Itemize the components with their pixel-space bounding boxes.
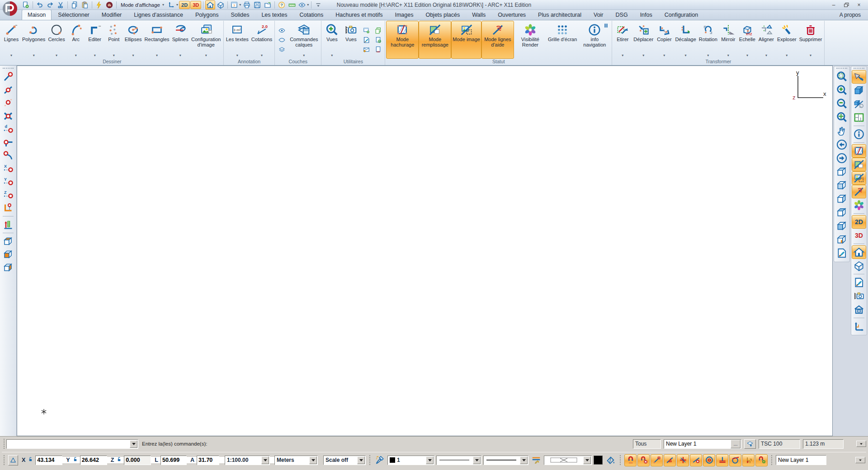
view-previous-button[interactable]	[835, 138, 849, 151]
ellipses-button[interactable]: Ellipses▾	[123, 21, 143, 59]
cut-button[interactable]	[56, 0, 66, 9]
view-cube-2-button[interactable]	[835, 179, 849, 192]
magnet-off-button[interactable]	[637, 454, 650, 466]
mode-3d-button[interactable]: 3D	[190, 1, 201, 9]
perspective-view-button[interactable]	[216, 0, 226, 9]
mode-lignes-aide-button[interactable]: Mode lignes d'aide	[481, 21, 514, 59]
editer-button[interactable]: Editer▾	[85, 21, 104, 59]
line-weight-dropdown-button[interactable]	[520, 456, 528, 464]
exploser-button[interactable]: Exploser▾	[776, 21, 798, 59]
floor-plan-button[interactable]	[852, 111, 866, 124]
quick-command-button[interactable]	[94, 0, 104, 9]
toolbar-grip[interactable]	[836, 68, 847, 69]
height-measure-button[interactable]	[2, 218, 15, 231]
polygones-button[interactable]: Polygones▾	[21, 21, 47, 59]
view-cube-5-button[interactable]	[835, 219, 849, 233]
arc-button[interactable]: Arc▾	[66, 21, 85, 59]
layer-apply-button[interactable]	[744, 439, 756, 449]
tab-infos[interactable]: Infos	[634, 9, 658, 20]
close-button[interactable]: ×	[854, 1, 863, 8]
render-doc-button[interactable]	[852, 276, 866, 289]
zoom-out-button[interactable]	[835, 97, 849, 111]
tab-les-textes[interactable]: Les textes	[255, 9, 293, 20]
image-display-button[interactable]	[852, 171, 866, 185]
toolbar-overflow-button[interactable]	[313, 0, 323, 9]
z-coordinate-field[interactable]	[124, 456, 151, 465]
help-button[interactable]: ?	[277, 0, 287, 9]
hatch-display-button[interactable]	[852, 144, 866, 158]
tab-walls[interactable]: Walls	[466, 9, 491, 20]
fill-color-swatch[interactable]	[594, 456, 603, 465]
osnap-center-button[interactable]	[703, 454, 715, 466]
toolbar-grip[interactable]	[3, 68, 14, 69]
snap-toolbar-grip[interactable]	[620, 455, 621, 465]
tab-polygons[interactable]: Polygons	[189, 9, 224, 20]
angle-field[interactable]	[197, 456, 219, 465]
scale-select[interactable]: 1:100.00	[225, 456, 270, 465]
coordinate-system-dropdown[interactable]	[852, 320, 866, 333]
z-lock-icon[interactable]	[116, 456, 122, 464]
x-coordinate-field[interactable]	[35, 456, 62, 465]
zoom-in-button[interactable]	[835, 84, 849, 97]
view-cube-3-button[interactable]	[835, 192, 849, 206]
line-type-dropdown-button[interactable]	[473, 456, 481, 464]
command-row-grip[interactable]	[4, 439, 5, 449]
line-type-select[interactable]	[436, 456, 481, 465]
delta-angle-button[interactable]	[8, 455, 18, 465]
vues-zoom-button[interactable]: Vues▾	[322, 21, 341, 59]
distance-field[interactable]: 1.123 m	[803, 439, 844, 449]
line-weight-select[interactable]	[483, 456, 528, 465]
hatch-pattern-select[interactable]	[544, 456, 592, 465]
pan-button[interactable]	[835, 124, 849, 138]
visibilite-render-button[interactable]: Visibilité Render	[514, 21, 547, 59]
snap-y-button[interactable]: Y	[2, 175, 15, 188]
snap-x-button[interactable]: X	[2, 162, 15, 175]
view-3d-button[interactable]: 3D	[852, 229, 866, 242]
zoom-window-button[interactable]	[835, 70, 849, 84]
status-layer-field[interactable]	[776, 455, 826, 465]
paste-button[interactable]	[80, 0, 90, 9]
mirroir-button[interactable]: Mirroir▾	[719, 21, 738, 59]
tsc-field[interactable]: TSC 100	[759, 439, 800, 449]
command-dropdown-button[interactable]	[130, 440, 137, 448]
toolbar-grip[interactable]	[854, 68, 864, 69]
x-lock-icon[interactable]	[28, 456, 33, 464]
home-view-button[interactable]	[205, 0, 215, 9]
tab-hachures-et-motifs[interactable]: Hachures et motifs	[330, 9, 388, 20]
status-bar-grip[interactable]	[4, 455, 5, 465]
view-top-face-button[interactable]	[2, 235, 15, 248]
layer-field-grip[interactable]	[771, 455, 772, 465]
scale-dropdown-button[interactable]	[261, 456, 269, 464]
tab-solides[interactable]: Solides	[225, 9, 255, 20]
commandes-calques-button[interactable]: Commandes calques▾	[288, 21, 320, 59]
layer-name-input[interactable]	[666, 441, 731, 447]
osnap-online-button[interactable]	[690, 454, 702, 466]
point-button[interactable]: Point▾	[104, 21, 123, 59]
magnet-on-button[interactable]	[624, 454, 637, 466]
tab-objets-plac-s[interactable]: Objets placés	[420, 9, 466, 20]
etirer-button[interactable]: Etirer▾	[613, 21, 632, 59]
restore-button[interactable]	[842, 1, 851, 8]
decalage-button[interactable]: Décalage▾	[674, 21, 697, 59]
hide-elements-button[interactable]	[852, 97, 866, 111]
y-lock-icon[interactable]	[72, 456, 78, 464]
length-field[interactable]	[160, 456, 187, 465]
status-layer-input[interactable]	[778, 457, 824, 463]
minimize-button[interactable]: –	[829, 1, 838, 8]
units-dropdown-button[interactable]	[309, 456, 317, 464]
tab-dsg[interactable]: DSG	[610, 9, 634, 20]
about-menu[interactable]: A propos	[832, 10, 868, 20]
help-window-dropdown[interactable]: ?▾	[230, 0, 241, 9]
snap-perpendicular-button[interactable]	[2, 136, 15, 149]
status-row-overflow-button[interactable]	[855, 457, 865, 463]
view-side-face-button[interactable]	[2, 261, 15, 274]
display-mode-dropdown[interactable]: Mode d'affichage▾	[118, 0, 166, 9]
copier-button[interactable]: Copier▾	[655, 21, 674, 59]
mode-hachurage-button[interactable]: Mode hachurage	[386, 21, 419, 59]
doc-gear-button[interactable]	[373, 36, 383, 44]
echelle-button[interactable]: XYZEchelle▾	[738, 21, 757, 59]
tab-configuration[interactable]: Configuration	[659, 9, 704, 20]
command-combobox[interactable]	[6, 439, 138, 449]
units-select[interactable]: Meters	[274, 456, 318, 465]
axis-dropdown[interactable]: ▾	[167, 0, 179, 9]
